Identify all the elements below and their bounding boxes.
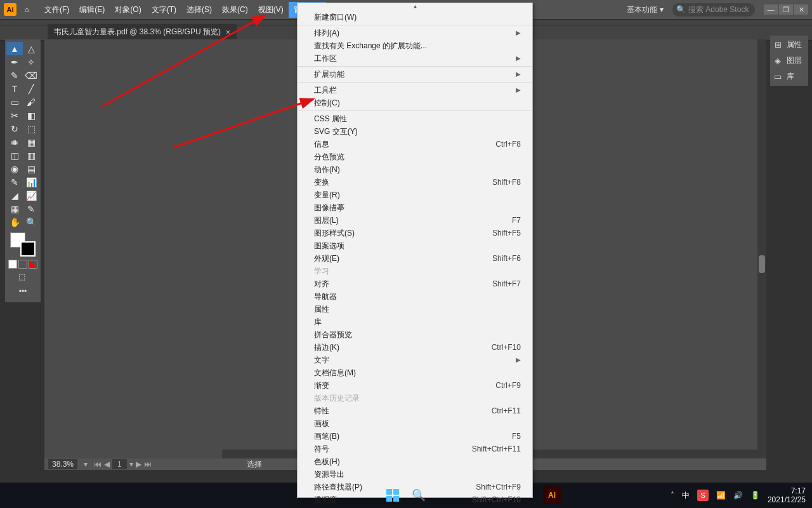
menu-item[interactable]: 分色预览	[298, 150, 532, 163]
menu-item[interactable]: 库	[298, 316, 532, 328]
workspace-switcher[interactable]: 基本功能▾	[623, 3, 667, 17]
search-stock[interactable]: 🔍搜索 Adobe Stock	[672, 3, 755, 17]
taskbar-illustrator-icon[interactable]: Ai	[543, 486, 561, 504]
system-clock[interactable]: 7:17 2021/12/25	[768, 486, 806, 504]
first-icon[interactable]: ⏮	[94, 460, 102, 469]
tray-chevron-up-icon[interactable]: ˄	[671, 491, 674, 500]
artboard-nav[interactable]: ⏮ ◀ 1 ▾ ▶ ⏭	[94, 459, 152, 469]
start-button[interactable]	[386, 489, 399, 502]
tool-7[interactable]: ╱	[23, 82, 39, 95]
tool-13[interactable]: ⬚	[23, 122, 39, 135]
menu-item[interactable]: 拼合器预览	[298, 328, 532, 341]
menu-item[interactable]: 图像描摹	[298, 201, 532, 214]
tool-2[interactable]: ✒	[6, 55, 23, 69]
mode-gradient[interactable]	[18, 260, 27, 269]
tool-11[interactable]: ◧	[23, 109, 39, 122]
screen-mode[interactable]: ⬚	[18, 272, 27, 281]
menu-item[interactable]: 渐变Ctrl+F9	[298, 379, 532, 392]
menu-item[interactable]: 图案选项	[298, 239, 532, 252]
window-minimize[interactable]: —	[764, 4, 778, 15]
menu-item[interactable]: 信息Ctrl+F8	[298, 138, 532, 150]
menu-效果[interactable]: 效果(C)	[217, 2, 253, 18]
menu-文字[interactable]: 文字(T)	[147, 2, 181, 18]
tool-26[interactable]: ✋	[6, 215, 23, 229]
window-menu-dropdown[interactable]: ▴ 新建窗口(W)排列(A)▶查找有关 Exchange 的扩展功能...工作区…	[297, 3, 533, 498]
menu-scroll-up-icon[interactable]: ▴	[298, 3, 532, 10]
menu-item[interactable]: 导航器	[298, 290, 532, 303]
menu-item[interactable]: 动作(N)	[298, 163, 532, 176]
menu-item[interactable]: 特性Ctrl+F11	[298, 404, 532, 417]
fill-stroke-swatch[interactable]	[6, 230, 39, 258]
tab-close-icon[interactable]: ×	[226, 28, 230, 37]
tool-6[interactable]: T	[6, 82, 23, 95]
taskbar-search-icon[interactable]: 🔍	[412, 488, 426, 502]
menu-item[interactable]: 新建窗口(W)	[298, 11, 532, 23]
last-icon[interactable]: ⏭	[144, 460, 152, 469]
menu-item[interactable]: CSS 属性	[298, 112, 532, 125]
menu-item[interactable]: 工具栏▶	[298, 84, 532, 97]
prev-icon[interactable]: ◀	[104, 460, 110, 469]
document-tab[interactable]: 韦氏儿童智力量表.pdf @ 38.3% (RGB/GPU 预览) ×	[48, 24, 237, 40]
artboard-number[interactable]: 1	[112, 459, 127, 469]
menu-item[interactable]: 对齐Shift+F7	[298, 277, 532, 290]
menu-item[interactable]: 文字▶	[298, 354, 532, 366]
tool-16[interactable]: ◫	[6, 149, 23, 162]
menu-视图[interactable]: 视图(V)	[253, 2, 289, 18]
menu-item[interactable]: 符号Shift+Ctrl+F11	[298, 443, 532, 455]
tool-8[interactable]: ▭	[6, 95, 23, 109]
panel-图层[interactable]: ◈图层	[773, 55, 806, 66]
panel-属性[interactable]: ⊞属性	[773, 39, 806, 50]
menu-item[interactable]: 排列(A)▶	[298, 27, 532, 39]
volume-icon[interactable]: 🔊	[733, 491, 743, 500]
tool-18[interactable]: ◉	[6, 162, 23, 175]
tool-21[interactable]: 📊	[23, 175, 39, 189]
window-close[interactable]: ✕	[794, 4, 808, 15]
tool-27[interactable]: 🔍	[23, 215, 39, 229]
tool-1[interactable]: △	[23, 42, 39, 55]
chevron-down-icon[interactable]: ▾	[129, 460, 133, 469]
menu-item[interactable]: 资源导出	[298, 468, 532, 481]
tool-25[interactable]: ✎	[23, 202, 39, 215]
ime-sogou-icon[interactable]: S	[697, 490, 709, 501]
menu-item[interactable]: 图层(L)F7	[298, 214, 532, 227]
home-icon[interactable]: ⌂	[20, 3, 33, 16]
tool-10[interactable]: ✂	[6, 109, 23, 122]
edit-toolbar-icon[interactable]: •••	[6, 283, 39, 300]
tool-23[interactable]: 📈	[23, 189, 39, 202]
battery-icon[interactable]: 🔋	[750, 491, 760, 500]
tool-22[interactable]: ◢	[6, 189, 23, 202]
panel-库[interactable]: ▭库	[773, 71, 806, 82]
menu-item[interactable]: 图形样式(S)Shift+F5	[298, 227, 532, 239]
menu-item[interactable]: 控制(C)	[298, 97, 532, 109]
tool-0[interactable]: ▲	[6, 42, 23, 55]
menu-选择[interactable]: 选择(S)	[181, 2, 217, 18]
menu-item[interactable]: 画板	[298, 417, 532, 430]
wifi-icon[interactable]: 📶	[716, 491, 726, 500]
scrollbar-thumb[interactable]	[759, 255, 765, 273]
tool-14[interactable]: ⩩	[6, 135, 23, 149]
tool-9[interactable]: 🖌	[23, 95, 39, 109]
tool-17[interactable]: ▥	[23, 149, 39, 162]
menu-编辑[interactable]: 编辑(E)	[74, 2, 110, 18]
tool-5[interactable]: ⌫	[23, 69, 39, 82]
menu-item[interactable]: 查找有关 Exchange 的扩展功能...	[298, 39, 532, 52]
menu-item[interactable]: 外观(E)Shift+F6	[298, 252, 532, 265]
menu-item[interactable]: 色板(H)	[298, 455, 532, 468]
tool-4[interactable]: ✎	[6, 69, 23, 82]
tool-19[interactable]: ▤	[23, 162, 39, 175]
menu-item[interactable]: 描边(K)Ctrl+F10	[298, 341, 532, 354]
tool-12[interactable]: ↻	[6, 122, 23, 135]
menu-文件[interactable]: 文件(F)	[39, 2, 74, 18]
menu-item[interactable]: 扩展功能▶	[298, 68, 532, 81]
tool-3[interactable]: ✧	[23, 55, 39, 69]
tool-20[interactable]: ✎	[6, 175, 23, 189]
menu-item[interactable]: 文档信息(M)	[298, 366, 532, 379]
mode-color[interactable]	[8, 260, 17, 269]
next-icon[interactable]: ▶	[136, 460, 141, 469]
ime-language[interactable]: 中	[682, 490, 690, 501]
menu-item[interactable]: 工作区▶	[298, 52, 532, 65]
zoom-level[interactable]: 38.3%	[48, 459, 77, 469]
menu-item[interactable]: 属性	[298, 303, 532, 316]
stroke-swatch[interactable]	[20, 241, 36, 257]
menu-item[interactable]: 画笔(B)F5	[298, 430, 532, 443]
